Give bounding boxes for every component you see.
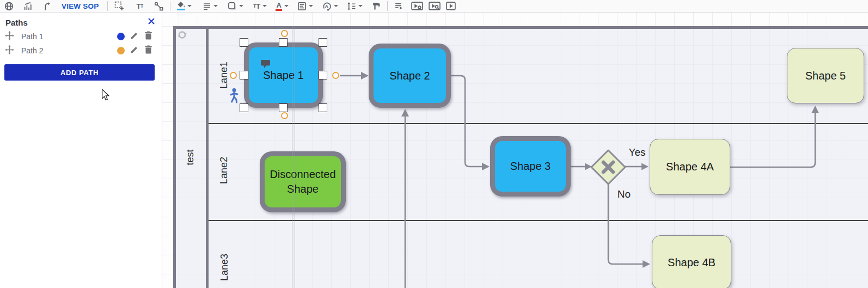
diagram-canvas[interactable]: test Lane1 Lane2 Lane3 [162,13,868,288]
fill-color-icon[interactable] [177,1,185,11]
run-list-icon[interactable] [394,1,404,11]
comment-bubble-icon [261,60,272,69]
path-row[interactable]: Path 2 [0,44,162,58]
connection-point-bottom[interactable] [281,112,288,119]
arrowhead [811,106,819,113]
globe-icon[interactable] [4,1,14,11]
edit-pencil-icon[interactable] [130,31,139,42]
paths-panel: Paths Path 1 Path 2 [0,13,162,288]
text-rotate-icon[interactable]: A [322,1,332,11]
connection-point-right[interactable] [332,72,339,79]
dropdown-caret[interactable] [239,5,243,7]
toolbar-separator [170,1,170,11]
selection-handle-s[interactable] [279,103,288,112]
selection-handle-ne[interactable] [319,38,327,47]
svg-text:A: A [325,3,329,9]
shape-2-label: Shape 2 [389,70,430,82]
arrowhead [361,72,369,79]
disconnected-shape[interactable]: Disconnected Shape [260,151,346,212]
shape-4a[interactable]: Shape 4A [650,139,730,195]
run-settings-icon[interactable] [411,1,423,11]
dropdown-caret[interactable] [187,5,192,7]
paths-panel-title: Paths [5,18,28,27]
format-painter-icon[interactable] [371,1,381,11]
connector-tool-icon[interactable] [154,1,163,11]
run-search-icon[interactable] [429,1,441,11]
move-handle-icon[interactable] [4,30,15,43]
selection-handle-n[interactable] [279,38,288,47]
path-name: Path 1 [21,32,103,41]
edit-pencil-icon[interactable] [130,45,139,56]
path-color-dot[interactable] [117,33,125,40]
dropdown-caret[interactable] [334,5,338,7]
toolbar-separator [107,1,108,11]
selection-handle-se[interactable] [319,103,327,112]
connection-point-top[interactable] [281,30,288,37]
arrowhead [643,260,650,268]
path-row[interactable]: Path 1 [0,29,162,44]
text-align-icon[interactable] [297,1,307,11]
shape-1[interactable]: Shape 1 [244,42,323,108]
text-style-icon[interactable]: Tт [136,1,143,11]
shape-3[interactable]: Shape 3 [490,136,571,197]
toolbar-separator [387,1,388,11]
shape-5[interactable]: Shape 5 [787,48,864,103]
arrowhead [641,163,649,170]
dropdown-caret[interactable] [284,5,289,7]
shape-4b[interactable]: Shape 4B [652,235,731,288]
path-name: Path 2 [21,46,103,55]
diagram-editor-app: { "toolbar": { "view_sop_label": "VIEW S… [0,0,868,288]
add-path-button[interactable]: ADD PATH [4,64,155,81]
connector-shape2-shape3 [451,76,482,167]
disconnected-shape-label: Disconnected Shape [267,167,338,197]
mouse-cursor [101,89,110,101]
connection-point-left[interactable] [230,72,237,79]
font-color-icon[interactable]: A [276,1,282,11]
dropdown-caret[interactable] [262,5,267,7]
font-size-icon[interactable]: тT [253,1,260,11]
connector-shape4a-shape5 [730,113,815,167]
shape-style-icon[interactable] [228,1,237,11]
selection-handle-sw[interactable] [240,103,248,112]
line-height-icon[interactable] [347,1,356,11]
shape-5-label: Shape 5 [805,70,846,82]
shape-4b-label: Shape 4B [668,256,716,269]
guide-line [295,26,295,288]
person-icon [229,88,240,104]
branch-label-yes[interactable]: Yes [629,146,646,158]
arrowhead [401,109,409,117]
branch-label-no[interactable]: No [618,188,631,200]
delete-trash-icon[interactable] [144,31,152,42]
shape-4a-label: Shape 4A [666,161,714,173]
dropdown-caret[interactable] [213,5,218,7]
dropdown-caret[interactable] [358,5,363,7]
flow-branch-icon[interactable] [42,1,51,11]
guide-line [292,26,292,288]
shape-3-label: Shape 3 [510,160,551,173]
top-toolbar: VIEW SOP Tт тT A A [0,0,868,13]
close-icon[interactable] [148,17,155,27]
selection-handle-e[interactable] [319,71,327,79]
paths-panel-header: Paths [0,13,162,29]
chart-icon[interactable] [23,1,33,11]
line-style-icon[interactable] [203,1,211,11]
path-color-dot[interactable] [117,47,125,54]
move-handle-icon[interactable] [4,45,15,57]
shape-1-label: Shape 1 [263,69,304,82]
shape-2[interactable]: Shape 2 [369,44,451,108]
arrowhead [482,163,490,170]
dropdown-caret[interactable] [309,5,313,7]
multi-select-icon[interactable] [114,1,124,11]
selection-handle-nw[interactable] [240,38,248,47]
run-icon[interactable] [446,1,456,11]
selection-handle-w[interactable] [240,71,248,79]
delete-trash-icon[interactable] [144,45,152,56]
view-sop-link[interactable]: VIEW SOP [62,2,99,10]
